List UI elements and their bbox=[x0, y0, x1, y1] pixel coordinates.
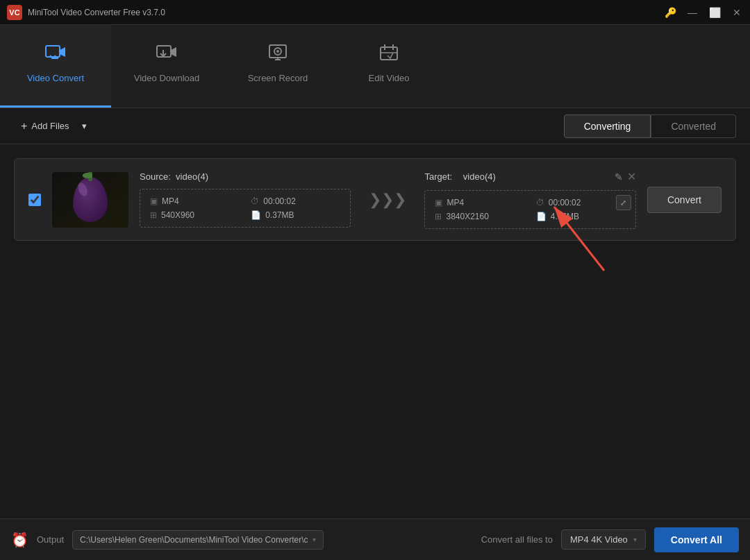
source-format-value: MP4 bbox=[162, 196, 179, 206]
output-path-box[interactable]: C:\Users\Helen Green\Documents\MiniTool … bbox=[72, 530, 324, 550]
edit-video-icon bbox=[378, 43, 400, 67]
thumbnail-image bbox=[52, 172, 128, 228]
target-duration-value: 00:00:02 bbox=[549, 198, 581, 207]
source-clock-icon: ⏱ bbox=[251, 196, 259, 206]
title-bar: VC MiniTool Video Converter Free v3.7.0 … bbox=[0, 0, 750, 25]
nav-label-edit-video: Edit Video bbox=[368, 73, 409, 83]
close-button[interactable]: ✕ bbox=[731, 6, 743, 19]
source-duration-value: 00:00:02 bbox=[263, 196, 296, 206]
minimize-button[interactable]: — bbox=[686, 6, 699, 19]
eggplant-leaf bbox=[83, 173, 92, 178]
nav-item-video-download[interactable]: Video Download bbox=[111, 25, 222, 108]
target-info-box: ▣ MP4 ⏱ 00:00:02 ⊞ 3840X2160 📄 4.95MB bbox=[424, 190, 635, 229]
video-download-icon bbox=[156, 43, 178, 67]
title-text: MiniTool Video Converter Free v3.7.0 bbox=[28, 8, 165, 17]
file-thumbnail bbox=[52, 172, 128, 228]
source-info-box: ▣ MP4 ⏱ 00:00:02 ⊞ 540X960 📄 0.37MB bbox=[140, 189, 351, 228]
tab-converting[interactable]: Converting bbox=[564, 114, 651, 138]
source-format-icon: ▣ bbox=[150, 196, 158, 206]
source-resolution-row: ⊞ 540X960 bbox=[150, 210, 240, 220]
target-format-row: ▣ MP4 bbox=[435, 198, 524, 207]
format-selector[interactable]: MP4 4K Video ▾ bbox=[561, 529, 646, 550]
target-settings-button[interactable]: ⤢ bbox=[616, 195, 631, 210]
svg-rect-5 bbox=[381, 47, 397, 60]
target-resolution-row: ⊞ 3840X2160 bbox=[435, 212, 524, 221]
source-size-row: 📄 0.37MB bbox=[251, 210, 340, 220]
svg-rect-0 bbox=[46, 46, 60, 57]
nav-label-video-download: Video Download bbox=[134, 73, 199, 83]
source-size-value: 0.37MB bbox=[265, 210, 294, 220]
svg-point-4 bbox=[276, 50, 279, 53]
target-section: Target: video(4) ✎ ✕ ▣ MP4 ⏱ 00:00:02 ⊞ … bbox=[424, 170, 635, 229]
tab-converted[interactable]: Converted bbox=[651, 114, 736, 138]
conversion-arrows: ❯❯❯ bbox=[362, 191, 413, 209]
output-path-text: C:\Users\Helen Green\Documents\MiniTool … bbox=[80, 535, 308, 545]
nav-item-edit-video[interactable]: Edit Video bbox=[333, 25, 444, 108]
file-card: Source: video(4) ▣ MP4 ⏱ 00:00:02 ⊞ 540X… bbox=[14, 158, 736, 241]
source-title: Source: video(4) bbox=[140, 171, 351, 182]
app-logo: VC bbox=[7, 5, 22, 20]
convert-all-files-label: Convert all files to bbox=[481, 534, 553, 545]
target-duration-row: ⏱ 00:00:02 bbox=[536, 198, 626, 207]
output-label: Output bbox=[37, 534, 64, 545]
nav-bar: Video Convert Video Download Screen Reco… bbox=[0, 25, 750, 108]
nav-spacer bbox=[444, 25, 750, 108]
nav-label-screen-record: Screen Record bbox=[248, 73, 308, 83]
source-resolution-icon: ⊞ bbox=[150, 210, 157, 220]
source-duration-row: ⏱ 00:00:02 bbox=[251, 196, 340, 206]
target-format-value: MP4 bbox=[447, 198, 464, 207]
nav-item-video-convert[interactable]: Video Convert bbox=[0, 25, 111, 108]
tab-container: Converting Converted bbox=[564, 114, 736, 138]
add-files-button[interactable]: + Add Files bbox=[14, 116, 76, 137]
convert-button[interactable]: Convert bbox=[647, 187, 722, 213]
nav-label-video-convert: Video Convert bbox=[27, 73, 84, 83]
toolbar: + Add Files ▾ Converting Converted bbox=[0, 108, 750, 144]
output-clock-icon: ⏰ bbox=[11, 532, 28, 548]
source-resolution-value: 540X960 bbox=[161, 210, 194, 220]
format-value: MP4 4K Video bbox=[570, 534, 628, 545]
format-dropdown-icon: ▾ bbox=[633, 536, 637, 543]
screen-record-icon bbox=[267, 43, 289, 67]
source-file-icon: 📄 bbox=[251, 210, 261, 220]
target-resolution-icon: ⊞ bbox=[435, 212, 442, 221]
restore-button[interactable]: ⬜ bbox=[708, 6, 721, 19]
target-file-icon: 📄 bbox=[536, 212, 547, 221]
source-format-row: ▣ MP4 bbox=[150, 196, 240, 206]
footer: ⏰ Output C:\Users\Helen Green\Documents\… bbox=[0, 518, 750, 560]
video-convert-icon bbox=[44, 43, 67, 67]
add-files-dropdown-button[interactable]: ▾ bbox=[76, 117, 92, 135]
convert-all-button[interactable]: Convert All bbox=[654, 527, 739, 552]
output-path-dropdown-icon: ▾ bbox=[312, 536, 316, 543]
add-files-label: Add Files bbox=[31, 121, 69, 131]
add-files-plus-icon: + bbox=[21, 120, 27, 133]
nav-item-screen-record[interactable]: Screen Record bbox=[222, 25, 333, 108]
target-close-button[interactable]: ✕ bbox=[627, 170, 636, 183]
target-edit-button[interactable]: ✎ bbox=[615, 171, 623, 183]
file-checkbox[interactable] bbox=[28, 194, 41, 206]
source-section: Source: video(4) ▣ MP4 ⏱ 00:00:02 ⊞ 540X… bbox=[140, 171, 351, 228]
target-resolution-value: 3840X2160 bbox=[446, 212, 488, 221]
target-size-value: 4.95MB bbox=[551, 212, 579, 221]
target-format-icon: ▣ bbox=[435, 198, 442, 207]
target-clock-icon: ⏱ bbox=[536, 198, 544, 207]
target-size-row: 📄 4.95MB bbox=[536, 212, 626, 221]
content-area: Source: video(4) ▣ MP4 ⏱ 00:00:02 ⊞ 540X… bbox=[0, 144, 750, 255]
title-key-icon[interactable]: 🔑 bbox=[664, 6, 676, 19]
target-title: Target: video(4) ✎ ✕ bbox=[424, 170, 635, 183]
title-controls: 🔑 — ⬜ ✕ bbox=[664, 6, 743, 19]
